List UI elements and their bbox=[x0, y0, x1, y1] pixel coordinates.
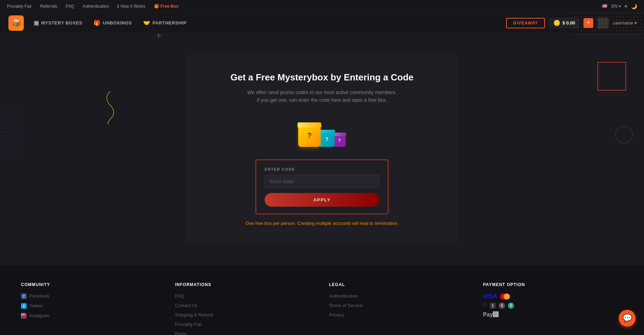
deco-border-rect bbox=[597, 62, 626, 92]
theme-switcher: 🇺🇸 EN ▾ ☀ 🌙 bbox=[602, 3, 637, 9]
info-icon: ℹ bbox=[117, 4, 119, 9]
deco-squiggle bbox=[100, 90, 121, 126]
mastercard-icon bbox=[500, 293, 510, 300]
usdt-icon: $ bbox=[508, 302, 514, 309]
light-theme-icon[interactable]: ☀ bbox=[624, 3, 628, 9]
twitter-link[interactable]: t Twitter bbox=[21, 303, 161, 309]
svg-point-5 bbox=[616, 126, 632, 143]
language-selector[interactable]: EN ▾ bbox=[611, 3, 621, 9]
logo[interactable]: 📦 bbox=[7, 14, 25, 32]
payment-row-3: Pay🅿 bbox=[483, 312, 623, 318]
warning-text: One free box per person. Creating multip… bbox=[206, 221, 438, 226]
footer-authentication-link[interactable]: Authentication bbox=[329, 293, 469, 299]
dark-theme-icon[interactable]: 🌙 bbox=[631, 3, 637, 9]
footer-shipping-link[interactable]: Shipping & Refund bbox=[175, 312, 315, 318]
footer-community: COMMUNITY f Facebook t Twitter 📷 Instagr… bbox=[21, 282, 161, 335]
footer-faq-link[interactable]: FAQ bbox=[175, 293, 315, 299]
instagram-icon: 📷 bbox=[21, 313, 27, 319]
page-wrapper: Get a Free Mysterybox by Entering a Code… bbox=[0, 34, 644, 243]
how-it-works-link[interactable]: ℹ How It Works bbox=[117, 4, 145, 9]
unboxings-nav-item[interactable]: 🎁 Unboxings bbox=[93, 20, 132, 26]
authentication-link[interactable]: Authentication bbox=[82, 4, 109, 9]
code-section: ENTER CODE APPLY bbox=[255, 159, 388, 214]
footer: COMMUNITY f Facebook t Twitter 📷 Instagr… bbox=[0, 264, 644, 335]
footer-legal: LEGAL Authentication Terms of Service Pr… bbox=[329, 282, 469, 335]
giveaway-button[interactable]: GIVEAWAY bbox=[506, 18, 545, 28]
balance-amount: $ 0.00 bbox=[562, 20, 575, 26]
left-divider bbox=[56, 34, 56, 243]
mystery-boxes-nav-item[interactable]: ▣ Mystery Boxes bbox=[34, 20, 82, 26]
deco-dots-left bbox=[0, 104, 23, 159]
payment-row-2: P ₿ ℹ $ bbox=[483, 302, 623, 309]
footer-press-link[interactable]: Press bbox=[175, 331, 315, 335]
logo-box: 📦 bbox=[8, 15, 24, 31]
paysafecard-icon: Pay🅿 bbox=[483, 312, 498, 318]
facebook-icon: f bbox=[21, 293, 27, 299]
top-navigation: Provably Fair Referrals FAQ Authenticati… bbox=[0, 0, 644, 13]
faq-link[interactable]: FAQ bbox=[65, 4, 74, 9]
footer-informations: INFORMATIONS FAQ Contact Us Shipping & R… bbox=[175, 282, 315, 335]
twitter-icon: t bbox=[21, 303, 27, 309]
main-nav-items: ▣ Mystery Boxes 🎁 Unboxings 🤝 Partnershi… bbox=[34, 20, 187, 26]
cyan-box: ? bbox=[319, 131, 335, 147]
legal-title: LEGAL bbox=[329, 282, 469, 287]
code-label: ENTER CODE bbox=[265, 167, 379, 171]
free-box-card: Get a Free Mysterybox by Entering a Code… bbox=[186, 55, 458, 243]
mystery-boxes-icon: ▣ bbox=[34, 20, 39, 26]
code-input[interactable] bbox=[265, 175, 379, 188]
footer-privacy-link[interactable]: Privacy bbox=[329, 312, 469, 318]
partnership-nav-item[interactable]: 🤝 Partnership bbox=[143, 20, 187, 26]
main-navigation: + 📦 ▣ Mystery Boxes 🎁 Unboxings 🤝 Partne… bbox=[0, 13, 644, 34]
informations-title: INFORMATIONS bbox=[175, 282, 315, 287]
visa-icon: VISA bbox=[483, 293, 497, 300]
footer-tos-link[interactable]: Terms of Service bbox=[329, 303, 469, 308]
crypto-icon-1: ₿ bbox=[490, 302, 496, 309]
coin-icon: 🪙 bbox=[553, 20, 560, 26]
unboxings-icon: 🎁 bbox=[93, 20, 101, 26]
mystery-boxes-graphic: ? ? ? bbox=[206, 115, 438, 147]
instagram-link[interactable]: 📷 Instagram bbox=[21, 313, 161, 319]
provably-fair-link[interactable]: Provably Fair bbox=[7, 4, 32, 9]
purple-box: ? bbox=[333, 134, 346, 147]
partnership-icon: 🤝 bbox=[143, 20, 150, 26]
footer-payment: PAYMENT OPTION VISA P ₿ ℹ $ Pay🅿 bbox=[483, 282, 623, 335]
chat-button[interactable]: 💬 bbox=[619, 310, 636, 327]
referrals-link[interactable]: Referrals bbox=[40, 4, 57, 9]
footer-contact-link[interactable]: Contact Us bbox=[175, 303, 315, 308]
gift-icon: 🎁 bbox=[154, 4, 159, 9]
yellow-box: ? bbox=[298, 124, 321, 147]
apply-button[interactable]: APPLY bbox=[265, 193, 379, 207]
card-subtitle: We often send promo codes to our most ac… bbox=[206, 88, 438, 104]
crypto-icon-2: ℹ bbox=[499, 302, 505, 309]
payment-row-1: VISA bbox=[483, 293, 623, 300]
card-title: Get a Free Mysterybox by Entering a Code bbox=[206, 72, 438, 83]
chevron-down-icon: ▾ bbox=[619, 4, 621, 9]
paypal-icon: P bbox=[483, 302, 487, 309]
footer-grid: COMMUNITY f Facebook t Twitter 📷 Instagr… bbox=[21, 282, 623, 335]
payment-title: PAYMENT OPTION bbox=[483, 282, 623, 287]
facebook-link[interactable]: f Facebook bbox=[21, 293, 161, 299]
svg-rect-4 bbox=[598, 62, 626, 90]
community-title: COMMUNITY bbox=[21, 282, 161, 287]
free-box-link[interactable]: 🎁 Free Box bbox=[154, 4, 178, 9]
footer-provably-fair-link[interactable]: Provably Fair bbox=[175, 322, 315, 327]
deco-circle bbox=[615, 125, 634, 145]
svg-rect-3 bbox=[0, 104, 23, 159]
